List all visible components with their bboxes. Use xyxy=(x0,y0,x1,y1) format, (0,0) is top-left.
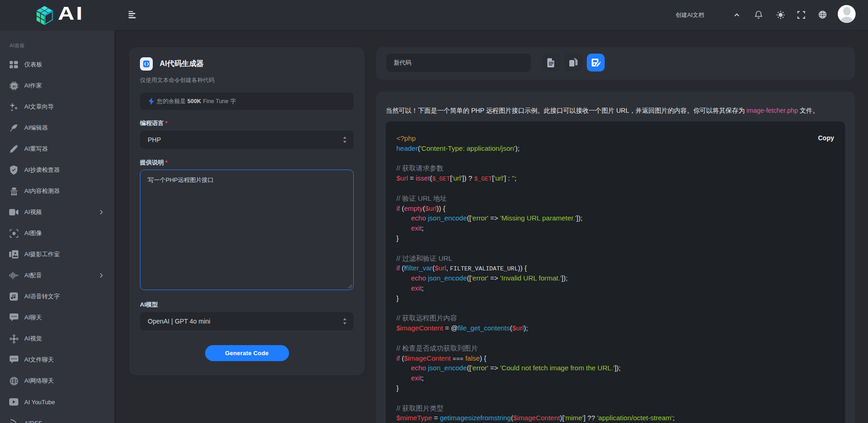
svg-text:AI: AI xyxy=(12,84,16,88)
